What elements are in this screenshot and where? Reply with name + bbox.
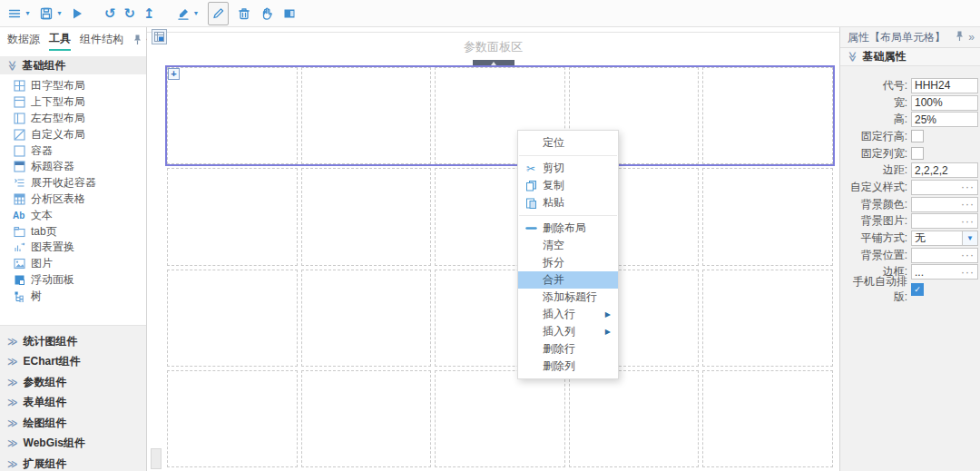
layout-cell[interactable] (301, 370, 432, 467)
delete-button[interactable] (237, 3, 251, 25)
menu-item-label: 清空 (543, 239, 564, 251)
menu-item-1[interactable]: ✂剪切 (518, 160, 618, 177)
undo-button[interactable]: ↺ (104, 3, 116, 25)
menu-item-12[interactable]: 删除列 (518, 358, 618, 375)
pin-icon[interactable] (132, 34, 142, 45)
ellipsis-button[interactable]: ··· (961, 198, 975, 211)
menu-item-6[interactable]: 拆分 (518, 254, 618, 271)
bg-image-field[interactable]: ··· (911, 213, 978, 229)
section-header-draw[interactable]: ≫绘图组件 (0, 413, 146, 434)
component-item-7[interactable]: 分析区表格 (0, 191, 146, 208)
menu-item-7[interactable]: 合并 (518, 271, 618, 289)
edit-button[interactable] (208, 2, 229, 25)
border-field[interactable]: ...··· (911, 264, 978, 280)
format-button[interactable]: ▼ (176, 3, 200, 25)
layout-row[interactable] (165, 268, 835, 368)
section-header-basic-components[interactable]: ≫ 基础组件 (0, 56, 146, 74)
menu-item-11[interactable]: 删除行 (518, 340, 618, 358)
fixed-col-width-checkbox[interactable] (911, 147, 924, 160)
code-field[interactable]: HHH24 (911, 78, 978, 93)
panel-button[interactable] (282, 3, 297, 25)
component-item-13[interactable]: 树 (0, 288, 146, 304)
section-header-form[interactable]: ≫表单组件 (0, 393, 146, 414)
menu-item-4[interactable]: 删除布局 (518, 220, 618, 237)
caret-down-icon[interactable]: ▼ (24, 10, 31, 16)
menu-item-5[interactable]: 清空 (518, 237, 618, 254)
layout-cell[interactable] (167, 370, 298, 467)
layout-cell[interactable] (569, 370, 700, 467)
redo-button[interactable]: ↻ (123, 3, 135, 25)
layout-cell[interactable] (301, 270, 432, 367)
section-header-webgis[interactable]: ≫WebGis组件 (0, 434, 146, 455)
layout-row[interactable] (165, 368, 835, 469)
pin-icon[interactable] (955, 30, 965, 42)
tab-structure[interactable]: 组件结构 (80, 28, 123, 50)
tab-datasource[interactable]: 数据源 (7, 28, 40, 50)
component-item-6[interactable]: 展开收起容器 (0, 175, 146, 191)
tab-tools[interactable]: 工具 (49, 27, 71, 51)
layout-cell[interactable] (167, 270, 298, 367)
ellipsis-button[interactable]: ··· (961, 249, 975, 261)
ellipsis-button[interactable]: ··· (961, 215, 975, 228)
layout-cell[interactable] (301, 67, 432, 164)
layout-cell[interactable] (435, 370, 565, 467)
component-item-5[interactable]: 标题容器 (0, 159, 146, 175)
menu-button[interactable]: ▼ (7, 3, 31, 25)
mobile-auto-layout-checkbox[interactable]: ✓ (911, 283, 924, 296)
layout-cell[interactable] (702, 168, 833, 265)
height-field[interactable]: 25% (911, 112, 978, 127)
section-header-ext[interactable]: ≫扩展组件 (0, 454, 146, 471)
layout-cell[interactable] (702, 67, 833, 164)
custom-style-field[interactable]: ··· (911, 180, 978, 195)
layout-cell[interactable] (167, 168, 298, 265)
caret-down-icon[interactable]: ▼ (56, 10, 63, 16)
component-item-3[interactable]: 自定义布局 (0, 126, 146, 142)
menu-item-0[interactable]: 定位 (518, 134, 618, 152)
component-item-0[interactable]: 田字型布局 (0, 78, 146, 94)
section-header-echart[interactable]: ≫EChart组件 (0, 352, 146, 373)
component-item-4[interactable]: 容器 (0, 142, 146, 159)
bg-color-field[interactable]: ··· (911, 197, 978, 212)
layout-cell[interactable] (702, 370, 833, 467)
layout-cell[interactable] (702, 270, 833, 367)
container-icon (13, 144, 25, 157)
layout-row-selected[interactable]: + (165, 65, 835, 166)
layout-cell[interactable] (301, 168, 432, 265)
scrollbar-corner[interactable] (151, 448, 162, 469)
component-item-11[interactable]: 图片 (0, 256, 146, 272)
menu-item-10[interactable]: 插入列▶ (518, 323, 618, 340)
drag-handle-icon[interactable]: + (168, 68, 180, 80)
expand-panel-icon[interactable]: » (968, 31, 975, 44)
export-button[interactable]: ↥ (143, 3, 155, 25)
tile-mode-field[interactable]: 无▼ (911, 231, 978, 246)
section-header-statchart[interactable]: ≫统计图组件 (0, 331, 146, 352)
caret-down-icon[interactable]: ▼ (193, 10, 200, 16)
ellipsis-button[interactable]: ··· (961, 266, 975, 279)
layout-cell[interactable] (167, 67, 298, 164)
pin-icon[interactable] (955, 30, 965, 44)
bg-position-field[interactable]: ··· (911, 248, 978, 263)
property-label: 背景颜色: (840, 197, 907, 212)
section-header-param[interactable]: ≫参数组件 (0, 372, 146, 393)
fixed-row-height-checkbox[interactable] (911, 130, 924, 142)
component-item-2[interactable]: 左右型布局 (0, 111, 146, 127)
component-item-9[interactable]: tab页 (0, 223, 146, 240)
pan-button[interactable] (260, 3, 274, 25)
component-item-1[interactable]: 上下型布局 (0, 94, 146, 111)
component-item-12[interactable]: 浮动面板 (0, 272, 146, 289)
design-canvas[interactable]: 参数面板区 + (147, 27, 839, 471)
dropdown-arrow-icon[interactable]: ▼ (962, 231, 977, 245)
save-button[interactable]: ▼ (39, 3, 63, 25)
menu-item-9[interactable]: 插入行▶ (518, 306, 618, 323)
section-header-basic-properties[interactable]: ≫ 基础属性 (840, 48, 980, 66)
width-field[interactable]: 100% (911, 95, 978, 111)
margin-field[interactable]: 2,2,2,2 (911, 162, 978, 178)
ellipsis-button[interactable]: ··· (961, 181, 975, 193)
component-item-8[interactable]: Ab文本 (0, 207, 146, 223)
menu-item-8[interactable]: 添加标题行 (518, 289, 618, 306)
layout-row[interactable] (165, 166, 835, 267)
component-item-10[interactable]: 图表置换 (0, 240, 146, 256)
menu-item-3[interactable]: 粘贴 (518, 194, 618, 211)
run-button[interactable] (71, 3, 83, 25)
menu-item-2[interactable]: 复制 (518, 177, 618, 194)
